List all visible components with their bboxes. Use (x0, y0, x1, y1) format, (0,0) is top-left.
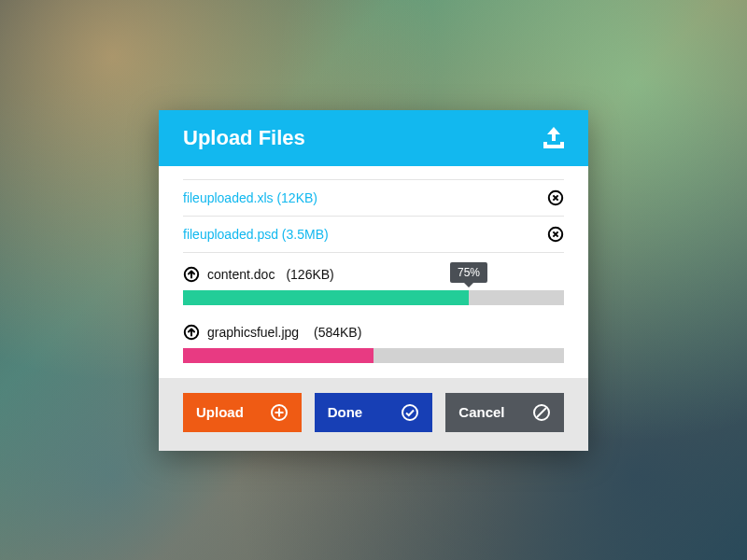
uploaded-file-link[interactable]: fileuploaded.xls (12KB) (183, 190, 317, 205)
up-arrow-icon (183, 324, 200, 341)
file-size: (584KB) (310, 325, 361, 340)
cancel-button[interactable]: Cancel (445, 393, 564, 432)
modal-title: Upload Files (183, 126, 305, 150)
progress-fill (183, 348, 374, 363)
progress-fill (183, 290, 469, 305)
in-progress-item: graphicsfuel.jpg (584KB) (183, 311, 564, 369)
uploaded-list: fileuploaded.xls (12KB) fileuploaded.psd… (183, 180, 564, 253)
progress-track (183, 290, 564, 305)
modal-header: Upload Files (159, 110, 588, 166)
upload-files-modal: Upload Files fileuploaded.xls (12KB) (159, 110, 588, 451)
upload-button[interactable]: Upload (183, 393, 302, 432)
uploaded-file-row: fileuploaded.xls (12KB) (183, 180, 564, 216)
file-name: graphicsfuel.jpg (207, 325, 299, 340)
remove-icon[interactable] (547, 189, 564, 206)
progress-track (183, 348, 564, 363)
progress-bar (183, 348, 564, 363)
svg-point-5 (402, 405, 417, 420)
progress-bar: 75% (183, 290, 564, 305)
cancel-circle-icon (532, 403, 551, 422)
file-label: content.doc (126KB) (183, 266, 564, 283)
done-button[interactable]: Done (315, 393, 433, 432)
remove-icon[interactable] (547, 226, 564, 243)
svg-line-7 (537, 408, 546, 417)
modal-footer: Upload Done Cancel (159, 378, 588, 451)
uploaded-file-link[interactable]: fileuploaded.psd (3.5MB) (183, 227, 329, 242)
modal-body: fileuploaded.xls (12KB) fileuploaded.psd… (159, 166, 588, 378)
file-size: (126KB) (286, 267, 333, 282)
uploaded-file-row: fileuploaded.psd (3.5MB) (183, 217, 564, 252)
file-name: content.doc (207, 267, 275, 282)
check-circle-icon (401, 403, 419, 422)
plus-circle-icon (270, 403, 289, 422)
in-progress-item: content.doc (126KB) 75% (183, 253, 564, 311)
progress-percent-badge: 75% (450, 262, 487, 283)
up-arrow-icon (183, 266, 200, 283)
upload-icon (540, 125, 568, 151)
file-label: graphicsfuel.jpg (584KB) (183, 324, 564, 341)
